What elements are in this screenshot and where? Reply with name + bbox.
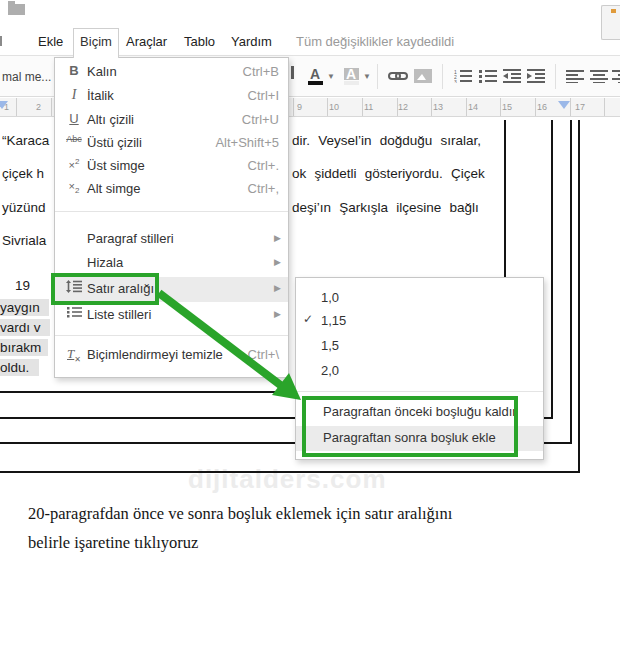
underline-icon: U <box>64 111 84 126</box>
menuitem-paragraf-stilleri[interactable]: Paragraf stilleri▶ <box>55 227 288 251</box>
ruler-number: 12 <box>398 102 408 112</box>
ruler-number: 17 <box>575 102 585 112</box>
format-menu-panel: B KalınCtrl+B I İtalikCtrl+I U Altı çizi… <box>54 57 289 378</box>
watermark-text: dijitalders.com <box>188 464 387 495</box>
toolbar-separator <box>555 64 556 89</box>
toolbar-separator <box>377 64 378 89</box>
list-styles-icon <box>64 306 84 321</box>
caption-line-1: 20-paragrafdan önce ve sonra boşluk ekle… <box>28 504 452 524</box>
ruler-number: 16 <box>537 102 547 112</box>
svg-text:3: 3 <box>454 79 457 83</box>
table-border-h3b <box>544 442 572 444</box>
screenshot-root: Ekle Araçlar Tablo Yardım Tüm değişiklik… <box>0 0 620 646</box>
italic-icon: I <box>64 87 84 103</box>
submenu-arrow-icon: ▶ <box>274 283 281 293</box>
ruler-number: 11 <box>364 102 373 112</box>
highlight-color-icon[interactable]: A <box>340 64 362 88</box>
menu-araclar[interactable]: Araçlar <box>126 34 167 49</box>
spacing-option-2-0[interactable]: 2,0 <box>296 360 543 383</box>
subscript-icon: ×2 <box>64 180 84 195</box>
menuitem-ustu-cizili[interactable]: Abc Üstü çiziliAlt+Shift+5 <box>55 131 288 155</box>
submenu-arrow-icon: ▶ <box>274 309 281 319</box>
table-border-h3 <box>0 442 295 444</box>
doc-text: Sivriala <box>2 233 46 248</box>
table-border-h4 <box>0 471 580 473</box>
table-border-v1 <box>504 120 506 277</box>
menuitem-liste-stilleri[interactable]: Liste stilleri▶ <box>55 303 288 327</box>
left-indent-marker[interactable] <box>0 101 8 109</box>
toolbar-separator <box>442 64 443 89</box>
clear-formatting-icon: T✕ <box>64 346 84 364</box>
table-border-v3 <box>570 120 572 444</box>
submenu-arrow-icon: ▶ <box>274 233 281 243</box>
ruler-number: 14 <box>468 102 478 112</box>
menuitem-italik[interactable]: I İtalikCtrl+I <box>55 84 288 108</box>
ruler-number: 13 <box>433 102 443 112</box>
numbered-list-icon[interactable]: 123 <box>452 64 474 88</box>
table-border-h2 <box>0 417 295 419</box>
menuitem-hizala[interactable]: Hizala▶ <box>55 251 288 275</box>
cut-menu-fragment <box>0 36 2 46</box>
menu-bicim[interactable]: Biçim <box>73 28 119 58</box>
selected-text: vardı v <box>0 319 50 336</box>
ruler-number: 2 <box>36 102 41 112</box>
highlight-color-dropdown-icon[interactable]: ▼ <box>362 64 372 88</box>
submenu-arrow-icon: ▶ <box>274 257 281 267</box>
strikethrough-icon: Abc <box>64 134 84 144</box>
doc-text: dir. Veysel’in doğduğu sıralar, <box>292 133 481 148</box>
doc-text: yüzünd <box>2 200 46 215</box>
menuitem-alt-simge[interactable]: ×2 Alt simgeCtrl+, <box>55 177 288 201</box>
indent-icon[interactable] <box>525 64 547 88</box>
menu-divider <box>55 335 288 336</box>
doc-text: ok şiddetli gösteriyordu. Çiçek <box>292 166 485 181</box>
image-icon[interactable] <box>412 64 434 88</box>
checkmark-icon: ✓ <box>303 312 313 326</box>
cut-underline-button-fragment <box>291 66 294 79</box>
bold-icon: B <box>64 63 84 78</box>
menuitem-kalin[interactable]: B KalınCtrl+B <box>55 60 288 84</box>
ruler-number: 10 <box>329 102 339 112</box>
text-color-dropdown-icon[interactable]: ▼ <box>326 64 336 88</box>
save-status-text: Tüm değişiklikler kaydedildi <box>296 34 454 49</box>
menuitem-ust-simge[interactable]: ×2 Üst simgeCtrl+. <box>55 154 288 178</box>
align-center-icon[interactable] <box>588 64 610 88</box>
caption-line-2: belirle işaretine tıklıyoruz <box>28 533 198 553</box>
outdent-icon[interactable] <box>501 64 523 88</box>
ruler-number: 9 <box>297 102 302 112</box>
text-color-icon[interactable]: A <box>304 64 326 88</box>
paragraph-style-dropdown[interactable]: mal me... <box>2 70 51 84</box>
selected-text: bırakm <box>0 339 48 356</box>
annotation-box-satir-araligi <box>51 273 159 305</box>
menu-tablo[interactable]: Tablo <box>184 34 215 49</box>
annotation-box-spacing-actions <box>302 396 518 457</box>
notification-dot-icon <box>611 9 616 13</box>
bulleted-list-icon[interactable] <box>477 64 499 88</box>
menu-divider <box>296 391 543 392</box>
table-border-v4 <box>578 120 580 473</box>
spacing-option-1-0[interactable]: 1,0 <box>296 287 543 310</box>
menu-divider <box>55 211 288 212</box>
doc-text: 19 <box>15 278 30 293</box>
table-border-h1 <box>0 391 295 393</box>
table-border-h2b <box>544 417 553 419</box>
doc-text: “Karaca <box>2 133 49 148</box>
table-border-v2 <box>551 120 553 418</box>
align-right-icon[interactable] <box>612 64 620 88</box>
ruler-number: 15 <box>502 102 512 112</box>
spacing-option-1-15[interactable]: ✓ 1,15 <box>296 310 543 333</box>
right-indent-marker[interactable] <box>558 101 570 109</box>
doc-text: çiçek h <box>2 166 44 181</box>
doc-text: deşi’ın Şarkışla ilçesine bağlı <box>292 200 479 215</box>
menuitem-bicimlendirmeyi-temizle[interactable]: T✕ Biçimlendirmeyi temizleCtrl+\ <box>55 343 288 367</box>
folder-icon[interactable] <box>8 4 25 15</box>
menuitem-alti-cizili[interactable]: U Altı çiziliCtrl+U <box>55 108 288 132</box>
selected-text: yaygın <box>0 299 49 316</box>
superscript-icon: ×2 <box>64 157 84 171</box>
align-left-icon[interactable] <box>564 64 586 88</box>
link-icon[interactable] <box>386 64 410 88</box>
spacing-option-1-5[interactable]: 1,5 <box>296 335 543 358</box>
selected-text: oldu. <box>0 359 39 376</box>
menu-yardim[interactable]: Yardım <box>231 34 272 49</box>
menu-ekle[interactable]: Ekle <box>38 34 63 49</box>
